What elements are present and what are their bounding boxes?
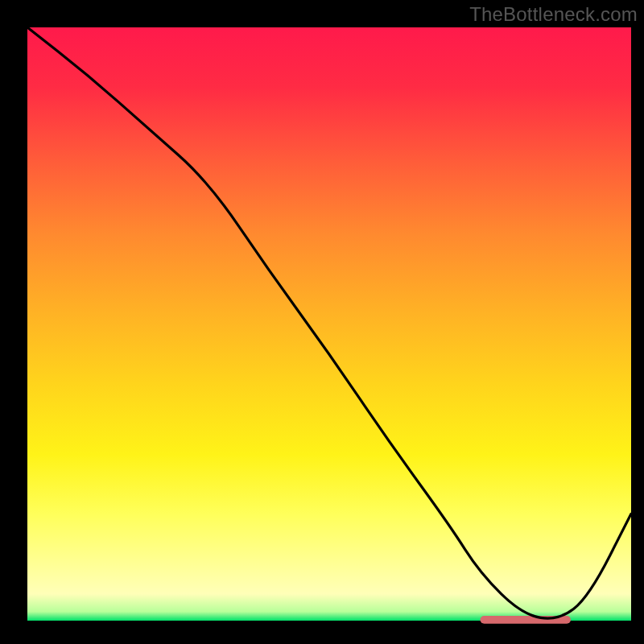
chart-stage: TheBottleneck.com [0, 0, 644, 644]
plot-area [27, 27, 631, 621]
bottleneck-chart [0, 0, 644, 644]
watermark-label: TheBottleneck.com [469, 3, 638, 26]
